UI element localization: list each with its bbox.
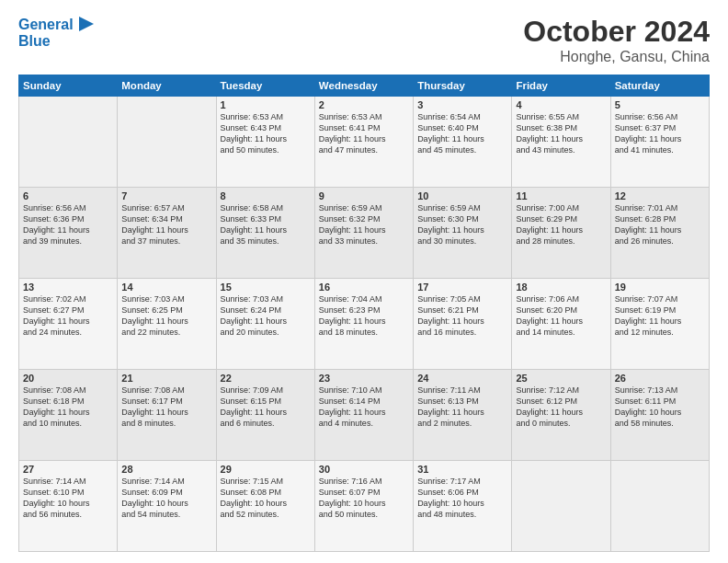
day-number: 23 [319,373,409,384]
day-info: Sunrise: 7:05 AM Sunset: 6:21 PM Dayligh… [417,293,507,339]
calendar-cell-w2-d3: 8Sunrise: 6:58 AM Sunset: 6:33 PM Daylig… [216,188,314,279]
logo-text-blue: Blue [18,33,97,50]
calendar-cell-w4-d1: 20Sunrise: 7:08 AM Sunset: 6:18 PM Dayli… [19,370,118,461]
col-monday: Monday [118,75,216,97]
day-info: Sunrise: 6:56 AM Sunset: 6:36 PM Dayligh… [23,202,113,247]
calendar-week-5: 27Sunrise: 7:14 AM Sunset: 6:10 PM Dayli… [19,461,710,552]
logo-text-general: General [18,17,74,33]
calendar-cell-w1-d5: 3Sunrise: 6:54 AM Sunset: 6:40 PM Daylig… [414,97,512,188]
location: Honghe, Gansu, China [523,49,710,65]
day-info: Sunrise: 6:55 AM Sunset: 6:38 PM Dayligh… [516,111,606,156]
day-number: 25 [516,373,606,384]
day-number: 2 [319,99,409,110]
day-number: 29 [221,464,311,475]
day-info: Sunrise: 7:01 AM Sunset: 6:28 PM Dayligh… [615,202,705,247]
calendar-cell-w5-d5: 31Sunrise: 7:17 AM Sunset: 6:06 PM Dayli… [414,461,512,552]
col-sunday: Sunday [19,75,118,97]
day-info: Sunrise: 7:03 AM Sunset: 6:24 PM Dayligh… [221,293,311,339]
logo: General Blue [18,15,97,50]
header: General Blue October 2024 Honghe, Gansu,… [18,15,710,65]
day-number: 6 [23,190,113,201]
col-friday: Friday [512,75,610,97]
day-number: 17 [417,282,507,293]
calendar-header-row: Sunday Monday Tuesday Wednesday Thursday… [19,75,710,97]
calendar-cell-w4-d7: 26Sunrise: 7:13 AM Sunset: 6:11 PM Dayli… [610,370,709,461]
calendar-cell-w3-d5: 17Sunrise: 7:05 AM Sunset: 6:21 PM Dayli… [414,279,512,370]
day-info: Sunrise: 7:08 AM Sunset: 6:18 PM Dayligh… [23,385,113,430]
calendar-cell-w1-d2 [118,97,216,188]
calendar-cell-w3-d2: 14Sunrise: 7:03 AM Sunset: 6:25 PM Dayli… [118,279,216,370]
calendar-week-1: 1Sunrise: 6:53 AM Sunset: 6:43 PM Daylig… [19,97,710,188]
day-number: 22 [221,373,311,384]
day-info: Sunrise: 7:15 AM Sunset: 6:08 PM Dayligh… [221,476,311,521]
day-info: Sunrise: 7:07 AM Sunset: 6:19 PM Dayligh… [615,293,705,339]
day-number: 9 [319,190,409,201]
day-info: Sunrise: 7:08 AM Sunset: 6:17 PM Dayligh… [121,385,211,430]
calendar-cell-w5-d6 [512,461,610,552]
logo-icon [75,13,97,35]
day-info: Sunrise: 6:56 AM Sunset: 6:37 PM Dayligh… [615,111,705,156]
calendar-cell-w5-d7 [610,461,709,552]
col-thursday: Thursday [414,75,512,97]
day-info: Sunrise: 7:14 AM Sunset: 6:09 PM Dayligh… [121,476,211,521]
day-info: Sunrise: 7:10 AM Sunset: 6:14 PM Dayligh… [319,385,409,430]
day-number: 10 [417,190,507,201]
calendar-week-2: 6Sunrise: 6:56 AM Sunset: 6:36 PM Daylig… [19,188,710,279]
calendar-cell-w2-d6: 11Sunrise: 7:00 AM Sunset: 6:29 PM Dayli… [512,188,610,279]
calendar-cell-w3-d4: 16Sunrise: 7:04 AM Sunset: 6:23 PM Dayli… [314,279,413,370]
day-info: Sunrise: 7:04 AM Sunset: 6:23 PM Dayligh… [319,293,409,339]
calendar-cell-w2-d2: 7Sunrise: 6:57 AM Sunset: 6:34 PM Daylig… [118,188,216,279]
day-info: Sunrise: 7:12 AM Sunset: 6:12 PM Dayligh… [516,385,606,430]
day-info: Sunrise: 7:00 AM Sunset: 6:29 PM Dayligh… [516,202,606,247]
calendar-cell-w1-d7: 5Sunrise: 6:56 AM Sunset: 6:37 PM Daylig… [610,97,709,188]
calendar-cell-w1-d1 [19,97,118,188]
calendar-cell-w3-d1: 13Sunrise: 7:02 AM Sunset: 6:27 PM Dayli… [19,279,118,370]
day-number: 7 [121,190,211,201]
title-block: October 2024 Honghe, Gansu, China [523,15,710,65]
day-info: Sunrise: 6:53 AM Sunset: 6:43 PM Dayligh… [221,111,311,156]
day-number: 1 [221,99,311,110]
day-number: 28 [121,464,211,475]
calendar-cell-w4-d5: 24Sunrise: 7:11 AM Sunset: 6:13 PM Dayli… [414,370,512,461]
calendar-cell-w4-d3: 22Sunrise: 7:09 AM Sunset: 6:15 PM Dayli… [216,370,314,461]
day-number: 8 [221,190,311,201]
day-info: Sunrise: 7:17 AM Sunset: 6:06 PM Dayligh… [417,476,507,521]
calendar-week-4: 20Sunrise: 7:08 AM Sunset: 6:18 PM Dayli… [19,370,710,461]
day-number: 19 [615,282,705,293]
calendar-cell-w5-d2: 28Sunrise: 7:14 AM Sunset: 6:09 PM Dayli… [118,461,216,552]
day-number: 24 [417,373,507,384]
col-saturday: Saturday [610,75,709,97]
day-number: 26 [615,373,705,384]
calendar-table: Sunday Monday Tuesday Wednesday Thursday… [18,75,710,552]
calendar-cell-w4-d2: 21Sunrise: 7:08 AM Sunset: 6:17 PM Dayli… [118,370,216,461]
day-info: Sunrise: 6:53 AM Sunset: 6:41 PM Dayligh… [319,111,409,156]
day-info: Sunrise: 6:57 AM Sunset: 6:34 PM Dayligh… [121,202,211,247]
calendar-cell-w2-d1: 6Sunrise: 6:56 AM Sunset: 6:36 PM Daylig… [19,188,118,279]
day-info: Sunrise: 7:06 AM Sunset: 6:20 PM Dayligh… [516,293,606,339]
day-info: Sunrise: 7:03 AM Sunset: 6:25 PM Dayligh… [121,293,211,339]
day-info: Sunrise: 7:09 AM Sunset: 6:15 PM Dayligh… [221,385,311,430]
calendar-cell-w1-d4: 2Sunrise: 6:53 AM Sunset: 6:41 PM Daylig… [314,97,413,188]
month-title: October 2024 [523,15,710,49]
col-tuesday: Tuesday [216,75,314,97]
calendar-cell-w4-d6: 25Sunrise: 7:12 AM Sunset: 6:12 PM Dayli… [512,370,610,461]
day-number: 11 [516,190,606,201]
day-number: 27 [23,464,113,475]
calendar-cell-w3-d3: 15Sunrise: 7:03 AM Sunset: 6:24 PM Dayli… [216,279,314,370]
day-number: 14 [121,282,211,293]
calendar-cell-w1-d6: 4Sunrise: 6:55 AM Sunset: 6:38 PM Daylig… [512,97,610,188]
calendar-cell-w2-d4: 9Sunrise: 6:59 AM Sunset: 6:32 PM Daylig… [314,188,413,279]
day-number: 16 [319,282,409,293]
day-number: 3 [417,99,507,110]
calendar-cell-w3-d7: 19Sunrise: 7:07 AM Sunset: 6:19 PM Dayli… [610,279,709,370]
day-number: 15 [221,282,311,293]
day-info: Sunrise: 7:14 AM Sunset: 6:10 PM Dayligh… [23,476,113,521]
day-number: 31 [417,464,507,475]
calendar-cell-w2-d7: 12Sunrise: 7:01 AM Sunset: 6:28 PM Dayli… [610,188,709,279]
day-number: 30 [319,464,409,475]
day-info: Sunrise: 7:13 AM Sunset: 6:11 PM Dayligh… [615,385,705,430]
calendar-cell-w5-d3: 29Sunrise: 7:15 AM Sunset: 6:08 PM Dayli… [216,461,314,552]
day-info: Sunrise: 6:59 AM Sunset: 6:32 PM Dayligh… [319,202,409,247]
col-wednesday: Wednesday [314,75,413,97]
page: General Blue October 2024 Honghe, Gansu,… [0,0,728,563]
